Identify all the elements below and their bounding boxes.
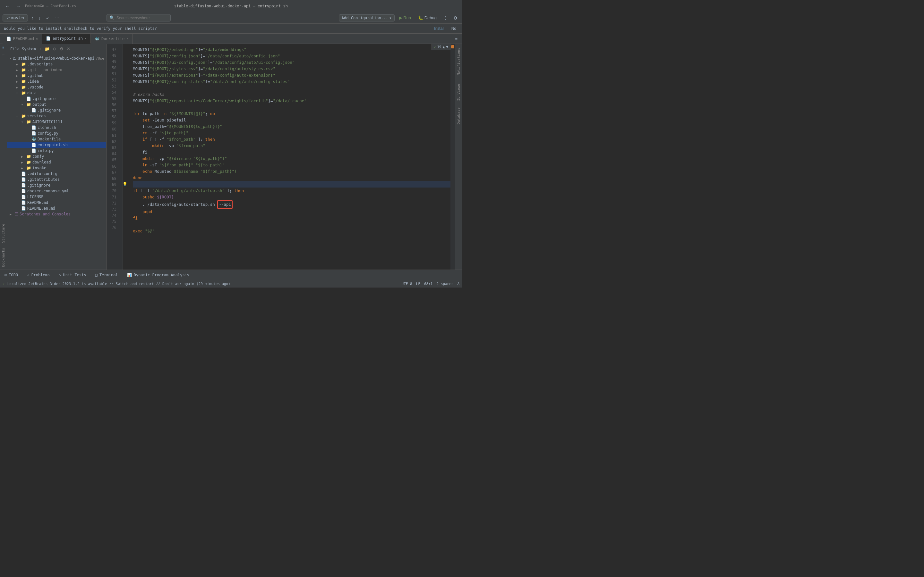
tree-git[interactable]: ▶ 📁 .git - no index — [7, 67, 106, 73]
tab-readme-close[interactable]: ✕ — [36, 37, 38, 40]
tree-services[interactable]: ▾ 📁 services — [7, 113, 106, 119]
ln-63: 63 — [107, 145, 119, 151]
ln-59: 59 — [107, 120, 119, 126]
tree-github[interactable]: ▶ 📁 .github — [7, 73, 106, 79]
settings-gear-button[interactable]: ⚙ — [59, 46, 64, 52]
toolbar-left: ⎇ master ↑ ↓ ✓ ⋯ — [3, 15, 105, 21]
recent-files-button[interactable]: ≡ — [453, 35, 459, 42]
tree-comfy[interactable]: ▶ 📁 comfy — [7, 153, 106, 159]
notifications-panel-label[interactable]: Notifications — [457, 45, 461, 78]
il-viewer-panel-label[interactable]: IL Viewer — [457, 79, 461, 103]
more-button[interactable]: ⋯ — [53, 15, 61, 21]
gutter-73 — [123, 213, 129, 219]
tree-editorconfig[interactable]: 📄 .editorconfig — [7, 171, 106, 177]
text-size-icon[interactable]: A — [457, 282, 459, 286]
tree-idea[interactable]: ▶ 📁 .idea — [7, 79, 106, 84]
warnings-panel[interactable]: ✓ 19 ▲ ▼ — [431, 44, 451, 50]
tab-readme[interactable]: 📄 README.md ✕ — [3, 34, 42, 44]
update-button[interactable]: ↑ — [29, 15, 35, 21]
terminal-item[interactable]: □ Terminal — [94, 271, 120, 279]
push-button[interactable]: ↓ — [37, 15, 43, 21]
search-box[interactable]: 🔍 — [107, 14, 171, 21]
tab-bar: 📄 README.md ✕ 📄 entrypoint.sh ✕ 🐳 Docker… — [0, 34, 462, 44]
structure-panel-icon[interactable]: Structure — [1, 221, 5, 245]
run-button[interactable]: ▶ Run — [397, 15, 414, 21]
tree-data[interactable]: ▾ 📁 data — [7, 90, 106, 96]
entrypoint-tree-label: entrypoint.sh — [37, 143, 68, 147]
tree-output[interactable]: ▾ 📁 output — [7, 102, 106, 107]
code-content[interactable]: MOUNTS["${ROOT}/embeddings"]="/data/embe… — [129, 44, 455, 269]
search-input[interactable] — [116, 16, 168, 20]
tree-invoke[interactable]: ▶ 📁 invoke — [7, 165, 106, 171]
tab-entrypoint-close[interactable]: ✕ — [85, 37, 87, 40]
tree-readme-md[interactable]: 📄 README.md — [7, 200, 106, 205]
tree-clone-sh[interactable]: 📄 clone.sh — [7, 125, 106, 131]
bookmarks-panel-icon[interactable]: Bookmarks — [1, 245, 5, 269]
folder-icon: 📁 — [21, 114, 26, 118]
cfg-file-icon2: 📄 — [21, 177, 26, 182]
code-line-64: mkdir -vp "$(dirname "${to_path}")" — [133, 155, 451, 162]
tab-dockerfile[interactable]: 🐳 Dockerfile ✕ — [91, 34, 132, 44]
collapse-all-button[interactable]: ⊖ — [52, 46, 57, 52]
tab-entrypoint[interactable]: 📄 entrypoint.sh ✕ — [42, 34, 91, 44]
gutter-bulb-68[interactable]: 💡 — [123, 181, 129, 187]
root-path: /User — [95, 56, 106, 61]
tree-gitattributes[interactable]: 📄 .gitattributes — [7, 177, 106, 182]
status-bar: ✓ Localized JetBrains Rider 2023.1.2 is … — [0, 280, 462, 287]
gutter-50 — [123, 66, 129, 72]
tree-info-py[interactable]: 📄 info.py — [7, 148, 106, 153]
dynamic-analysis-item[interactable]: 📊 Dynamic Program Analysis — [125, 271, 191, 279]
ln-57: 57 — [107, 108, 119, 114]
config-selector[interactable]: Add Configuration... ▾ — [339, 15, 395, 21]
no-button[interactable]: No — [449, 26, 458, 31]
commit-button[interactable]: ✓ — [44, 15, 52, 21]
tree-config-py[interactable]: 📄 config.py — [7, 131, 106, 136]
tree-scratches[interactable]: ▶ ☰ Scratches and Consoles — [7, 211, 106, 217]
close-sidebar-button[interactable]: ✕ — [66, 46, 71, 52]
tree-download[interactable]: ▶ 📁 download — [7, 159, 106, 165]
problems-item[interactable]: ⚠ Problems — [25, 271, 52, 279]
ln-71: 71 — [107, 194, 119, 200]
tree-vscode[interactable]: ▶ 📁 .vscode — [7, 84, 106, 90]
indent-indicator[interactable]: 2 spaces — [436, 282, 453, 286]
git-label: .git - no index — [27, 68, 62, 72]
tree-gitignore-root[interactable]: 📄 .gitignore — [7, 182, 106, 188]
tree-output-gitignore[interactable]: 📄 .gitignore — [7, 107, 106, 113]
tab-dockerfile-close[interactable]: ✕ — [126, 37, 128, 40]
line-ending-lf[interactable]: LF — [416, 282, 420, 286]
tree-dockerfile[interactable]: 🐳 Dockerfile — [7, 136, 106, 142]
file-icon: 📄 — [26, 97, 31, 101]
new-folder-button[interactable]: 📁 — [44, 46, 50, 52]
code-line-55: MOUNTS["${ROOT}/repositories/CodeFormer/… — [133, 98, 451, 104]
new-file-button[interactable]: + — [38, 46, 42, 52]
tree-readme-en-md[interactable]: 📄 README.en.md — [7, 205, 106, 211]
settings-button[interactable]: ⚙ — [451, 15, 459, 21]
tree-data-gitignore[interactable]: 📄 .gitignore — [7, 96, 106, 102]
encoding-utf8[interactable]: UTF-8 — [402, 282, 412, 286]
scratches-icon: ☰ — [15, 212, 18, 216]
docker-file-icon: 🐳 — [31, 137, 36, 141]
tree-automatic1111[interactable]: ▾ 📁 AUTOMATIC1111 — [7, 119, 106, 125]
warnings-count: 19 — [437, 45, 441, 49]
tree-license[interactable]: 📄 LICENSE — [7, 194, 106, 200]
back-button[interactable]: ← — [3, 3, 11, 9]
position-indicator[interactable]: 68:1 — [424, 282, 433, 286]
forward-button[interactable]: → — [14, 3, 23, 9]
branch-selector[interactable]: ⎇ master — [3, 15, 28, 21]
tree-devscripts[interactable]: ▶ 📁 .devscripts — [7, 61, 106, 67]
unit-tests-item[interactable]: ▷ Unit Tests — [57, 271, 88, 279]
tree-root[interactable]: ▾ 🗂 stable-diffusion-webui-docker-api /U… — [7, 55, 106, 61]
tree-entrypoint[interactable]: 📄 entrypoint.sh — [7, 142, 106, 148]
todo-item[interactable]: ☑ TODO — [3, 271, 20, 279]
indent-label: 2 spaces — [436, 282, 453, 286]
tree-docker-compose[interactable]: 📄 docker-compose.yml — [7, 188, 106, 194]
more-actions-button[interactable]: ⋮ — [441, 15, 449, 21]
code-line-50: MOUNTS["${ROOT}/styles.csv"]="/data/conf… — [133, 66, 451, 72]
dropdown-icon: ▾ — [389, 16, 391, 20]
project-panel-icon[interactable]: ≡ — [1, 44, 5, 51]
database-panel-label[interactable]: Database — [457, 105, 461, 127]
install-button[interactable]: Install — [432, 26, 446, 31]
debug-button[interactable]: 🐛 Debug — [415, 15, 439, 21]
commit-panel-icon[interactable]: ↑ — [1, 51, 5, 59]
config-label: Add Configuration... — [342, 16, 388, 20]
